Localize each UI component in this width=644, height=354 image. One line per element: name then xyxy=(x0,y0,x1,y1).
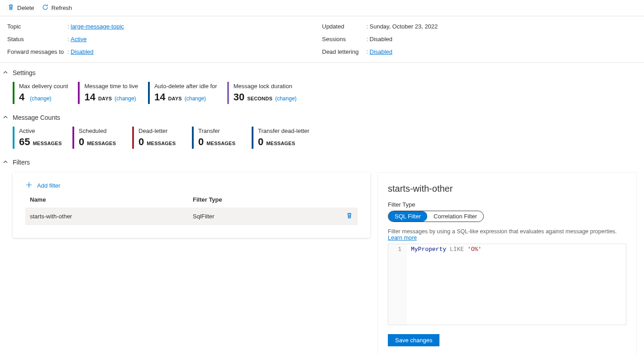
refresh-label: Refresh xyxy=(52,5,72,11)
prop-deadlettering-link[interactable]: Disabled xyxy=(370,48,393,55)
chevron-up-icon xyxy=(3,159,8,166)
delete-row-button[interactable] xyxy=(346,212,353,221)
save-button[interactable]: Save changes xyxy=(388,334,439,346)
trash-icon xyxy=(7,4,14,12)
tile-caption: Max delivery count xyxy=(19,83,68,90)
filter-type-label: Filter Type xyxy=(388,201,626,208)
tile-caption: Auto-delete after idle for xyxy=(154,83,217,90)
filter-type-switch: SQL Filter Correlation Filter xyxy=(388,211,484,222)
tile-unit: MESSAGES xyxy=(33,141,62,146)
editor-title: starts-with-other xyxy=(388,184,626,194)
tile-unit: DAYS xyxy=(168,96,181,101)
filter-description: Filter messages by using a SQL-like expr… xyxy=(388,228,626,241)
header-name: Name xyxy=(30,196,193,203)
tile-unit: MESSAGES xyxy=(206,141,235,146)
header-type: Filter Type xyxy=(193,196,353,203)
code-content[interactable]: MyProperty LIKE 'O%' xyxy=(406,244,626,325)
prop-sessions-label: Sessions xyxy=(322,36,365,42)
change-link[interactable]: (change) xyxy=(185,95,206,102)
tile-value: 0 xyxy=(79,136,84,148)
tile-value: 14 xyxy=(84,91,95,103)
counts-title: Message Counts xyxy=(13,114,60,121)
tile-value: 4 xyxy=(19,91,24,103)
chevron-up-icon xyxy=(3,114,8,121)
tile-value: 30 xyxy=(234,91,244,103)
counts-tiles: Active 65 MESSAGES Scheduled 0 MESSAGES … xyxy=(0,124,644,152)
table-row[interactable]: starts-with-other SqlFilter xyxy=(25,208,358,225)
tile-value: 0 xyxy=(198,136,204,148)
tile-caption: Message time to live xyxy=(84,83,138,90)
sql-expression-editor[interactable]: 1 MyProperty LIKE 'O%' xyxy=(388,244,626,325)
filters-table-header: Name Filter Type xyxy=(25,196,358,208)
row-type: SqlFilter xyxy=(193,213,346,220)
tile-caption: Active xyxy=(19,127,62,134)
trash-icon xyxy=(346,214,353,221)
tile-max-delivery: Max delivery count 4 (change) xyxy=(13,82,72,104)
filter-type-sql[interactable]: SQL Filter xyxy=(388,211,427,222)
tile-value: 14 xyxy=(154,91,165,103)
tile-ttl: Message time to live 14 DAYS (change) xyxy=(78,82,143,104)
add-filter-button[interactable]: Add filter xyxy=(25,181,60,190)
tile-caption: Message lock duration xyxy=(234,83,297,90)
delete-button[interactable]: Delete xyxy=(7,4,34,12)
prop-topic-label: Topic xyxy=(7,23,66,30)
tile-unit: MESSAGES xyxy=(87,141,116,146)
tile-deadletter: Dead-letter 0 MESSAGES xyxy=(132,127,186,149)
properties-pane: Topic : large-message-topic Status : Act… xyxy=(0,16,644,63)
filters-list-card: Add filter Name Filter Type starts-with-… xyxy=(13,172,370,238)
prop-updated-label: Updated xyxy=(322,23,365,30)
tile-value: 65 xyxy=(19,136,30,148)
add-filter-label: Add filter xyxy=(37,182,60,189)
plus-icon xyxy=(25,181,33,190)
filter-description-text: Filter messages by using a SQL-like expr… xyxy=(388,228,617,235)
change-link[interactable]: (change) xyxy=(275,95,296,102)
refresh-icon xyxy=(42,4,49,12)
tile-unit: MESSAGES xyxy=(266,141,295,146)
change-link[interactable]: (change) xyxy=(30,95,51,102)
tile-value: 0 xyxy=(138,136,144,148)
filter-type-correlation[interactable]: Correlation Filter xyxy=(427,211,483,222)
counts-section-toggle[interactable]: Message Counts xyxy=(0,108,644,124)
tile-value: 0 xyxy=(258,136,263,148)
refresh-button[interactable]: Refresh xyxy=(42,4,72,12)
change-link[interactable]: (change) xyxy=(114,95,136,102)
chevron-up-icon xyxy=(3,70,8,76)
filters-title: Filters xyxy=(13,159,30,166)
tile-scheduled: Scheduled 0 MESSAGES xyxy=(72,127,127,149)
tile-caption: Dead-letter xyxy=(138,127,182,134)
tile-transfer: Transfer 0 MESSAGES xyxy=(192,127,246,149)
tile-caption: Scheduled xyxy=(79,127,122,134)
tile-lock-duration: Message lock duration 30 SECONDS (change… xyxy=(227,82,301,104)
prop-updated-value: Sunday, October 23, 2022 xyxy=(370,23,637,30)
tile-unit: SECONDS xyxy=(247,96,272,101)
tile-caption: Transfer dead-letter xyxy=(258,127,310,134)
prop-status-link[interactable]: Active xyxy=(71,36,86,42)
command-bar: Delete Refresh xyxy=(0,0,644,16)
tile-auto-delete: Auto-delete after idle for 14 DAYS (chan… xyxy=(148,82,222,104)
row-name: starts-with-other xyxy=(30,213,193,220)
prop-forward-label: Forward messages to xyxy=(7,48,66,55)
delete-label: Delete xyxy=(17,5,34,11)
filters-section-toggle[interactable]: Filters xyxy=(0,152,644,169)
settings-title: Settings xyxy=(13,69,36,76)
settings-tiles: Max delivery count 4 (change) Message ti… xyxy=(0,79,644,108)
tile-unit: DAYS xyxy=(98,96,112,101)
line-gutter: 1 xyxy=(388,244,406,325)
tile-caption: Transfer xyxy=(198,127,242,134)
tile-unit: MESSAGES xyxy=(147,141,176,146)
prop-sessions-value: Disabled xyxy=(370,36,637,42)
prop-deadlettering-label: Dead lettering xyxy=(322,48,365,55)
prop-forward-link[interactable]: Disabled xyxy=(71,48,94,55)
tile-transfer-dl: Transfer dead-letter 0 MESSAGES xyxy=(252,127,314,149)
prop-topic-link[interactable]: large-message-topic xyxy=(71,23,124,30)
filter-editor-panel: starts-with-other Filter Type SQL Filter… xyxy=(377,172,637,354)
learn-more-link[interactable]: Learn more xyxy=(388,235,417,241)
settings-section-toggle[interactable]: Settings xyxy=(0,63,644,79)
tile-active: Active 65 MESSAGES xyxy=(13,127,67,149)
prop-status-label: Status xyxy=(7,36,66,42)
